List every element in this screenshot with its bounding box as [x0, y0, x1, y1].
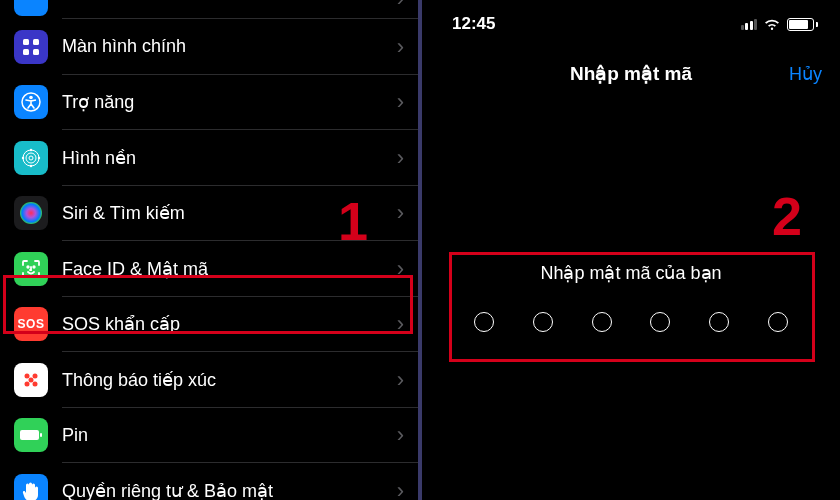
- settings-row-label: Pin: [62, 425, 397, 446]
- settings-row-label: Màn hình chính: [62, 36, 397, 57]
- settings-screen: › Màn hình chính › Trợ năng › Hình nền ›: [0, 0, 418, 500]
- settings-list: › Màn hình chính › Trợ năng › Hình nền ›: [0, 0, 418, 500]
- wifi-icon: [763, 18, 781, 31]
- svg-rect-22: [40, 433, 42, 437]
- chevron-right-icon: ›: [397, 256, 404, 282]
- chevron-right-icon: ›: [397, 0, 404, 12]
- svg-point-5: [29, 96, 33, 100]
- svg-point-12: [38, 157, 40, 159]
- wallpaper-icon: [14, 141, 48, 175]
- face-id-icon: [14, 252, 48, 286]
- home-screen-icon: [14, 30, 48, 64]
- accessibility-icon: [14, 85, 48, 119]
- svg-point-8: [29, 156, 33, 160]
- cancel-button[interactable]: Hủy: [789, 63, 822, 85]
- settings-row-label: Face ID & Mật mã: [62, 258, 397, 280]
- svg-rect-0: [23, 39, 29, 45]
- chevron-right-icon: ›: [397, 311, 404, 337]
- settings-row-display-brightness[interactable]: ›: [0, 0, 418, 19]
- passcode-entry[interactable]: Nhập mật mã của bạn: [462, 262, 800, 332]
- settings-row-label: Trợ năng: [62, 91, 397, 113]
- chevron-right-icon: ›: [397, 200, 404, 226]
- svg-point-7: [26, 153, 36, 163]
- svg-point-9: [30, 149, 32, 151]
- svg-point-10: [30, 165, 32, 167]
- passcode-dot: [474, 312, 494, 332]
- passcode-dots: [462, 312, 800, 332]
- settings-row-label: Quyền riêng tư & Bảo mật: [62, 480, 397, 500]
- status-time: 12:45: [452, 14, 495, 34]
- chevron-right-icon: ›: [397, 367, 404, 393]
- settings-row-battery[interactable]: Pin ›: [0, 408, 418, 464]
- svg-point-14: [27, 266, 29, 268]
- brightness-icon: [14, 0, 48, 16]
- nav-title: Nhập mật mã: [570, 62, 692, 85]
- settings-row-siri[interactable]: Siri & Tìm kiếm ›: [0, 186, 418, 242]
- settings-row-sos[interactable]: SOS SOS khẩn cấp ›: [0, 297, 418, 353]
- chevron-right-icon: ›: [397, 89, 404, 115]
- svg-point-19: [33, 381, 38, 386]
- svg-point-17: [33, 373, 38, 378]
- svg-rect-3: [33, 49, 39, 55]
- settings-row-wallpaper[interactable]: Hình nền ›: [0, 130, 418, 186]
- passcode-prompt: Nhập mật mã của bạn: [462, 262, 800, 284]
- svg-point-11: [22, 157, 24, 159]
- battery-indicator: 76: [787, 18, 818, 31]
- cellular-signal-icon: [741, 19, 758, 30]
- chevron-right-icon: ›: [397, 422, 404, 448]
- svg-point-20: [29, 377, 34, 382]
- chevron-right-icon: ›: [397, 478, 404, 500]
- battery-icon: [14, 418, 48, 452]
- privacy-hand-icon: [14, 474, 48, 500]
- svg-point-18: [25, 381, 30, 386]
- svg-point-15: [33, 266, 35, 268]
- status-bar: 12:45 76: [422, 0, 840, 40]
- chevron-right-icon: ›: [397, 145, 404, 171]
- svg-point-13: [20, 202, 42, 224]
- settings-row-exposure-notifications[interactable]: Thông báo tiếp xúc ›: [0, 352, 418, 408]
- nav-bar: Nhập mật mã Hủy: [422, 40, 840, 93]
- settings-row-face-id[interactable]: Face ID & Mật mã ›: [0, 241, 418, 297]
- chevron-right-icon: ›: [397, 34, 404, 60]
- svg-rect-1: [33, 39, 39, 45]
- svg-point-6: [23, 150, 39, 166]
- passcode-dot: [768, 312, 788, 332]
- settings-row-privacy[interactable]: Quyền riêng tư & Bảo mật ›: [0, 463, 418, 500]
- passcode-screen: 12:45 76 Nhập mật mã Hủy Nhập mật mã của…: [422, 0, 840, 500]
- passcode-dot: [592, 312, 612, 332]
- settings-row-accessibility[interactable]: Trợ năng ›: [0, 75, 418, 131]
- passcode-dot: [650, 312, 670, 332]
- settings-row-label: Thông báo tiếp xúc: [62, 369, 397, 391]
- svg-rect-21: [20, 430, 39, 440]
- settings-row-home-screen[interactable]: Màn hình chính ›: [0, 19, 418, 75]
- svg-point-16: [25, 373, 30, 378]
- settings-row-label: Siri & Tìm kiếm: [62, 202, 397, 224]
- siri-icon: [14, 196, 48, 230]
- exposure-icon: [14, 363, 48, 397]
- sos-icon: SOS: [14, 307, 48, 341]
- battery-percentage: 76: [795, 19, 806, 30]
- passcode-dot: [533, 312, 553, 332]
- settings-row-label: SOS khẩn cấp: [62, 313, 397, 335]
- settings-row-label: Hình nền: [62, 147, 397, 169]
- svg-rect-2: [23, 49, 29, 55]
- passcode-dot: [709, 312, 729, 332]
- step-2-label: 2: [772, 185, 802, 247]
